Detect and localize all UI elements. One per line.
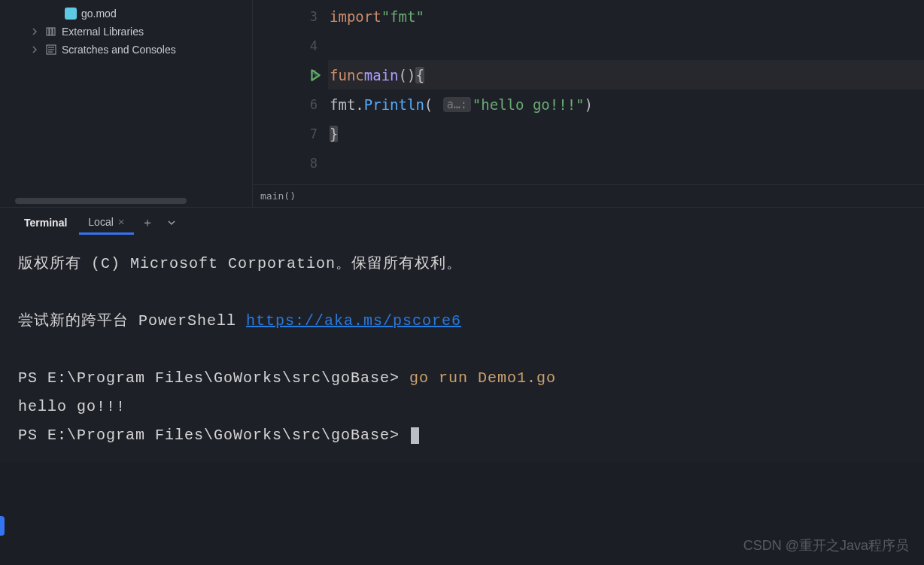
gopher-icon bbox=[65, 8, 77, 20]
left-edge-indicator bbox=[0, 516, 5, 536]
tree-item-gomod[interactable]: go.mod bbox=[0, 5, 252, 23]
code-content[interactable]: import "fmt" func main() { fmt.Println( … bbox=[328, 0, 924, 184]
chevron-right-icon bbox=[29, 26, 41, 38]
parameter-hint: a…: bbox=[443, 97, 471, 112]
tree-label: Scratches and Consoles bbox=[62, 44, 176, 56]
panel-tabs: Terminal Local × ＋ bbox=[0, 208, 924, 238]
pscore-link[interactable]: https://aka.ms/pscore6 bbox=[246, 312, 461, 330]
run-gutter-icon[interactable] bbox=[309, 68, 322, 82]
line-number: 7 bbox=[299, 126, 322, 141]
close-icon[interactable]: × bbox=[118, 215, 125, 228]
tree-item-scratches[interactable]: Scratches and Consoles bbox=[0, 41, 252, 59]
breadcrumb[interactable]: main() bbox=[253, 184, 924, 207]
line-number: 8 bbox=[299, 156, 322, 171]
svg-rect-1 bbox=[50, 28, 52, 35]
terminal-cursor bbox=[411, 427, 419, 444]
code-line: } bbox=[328, 119, 924, 148]
code-line: fmt.Println( a…:"hello go!!!") bbox=[328, 90, 924, 119]
terminal-line: 尝试新的跨平台 PowerShell https://aka.ms/pscore… bbox=[18, 307, 906, 336]
tree-label: External Libraries bbox=[62, 26, 144, 38]
line-number: 6 bbox=[299, 97, 322, 112]
watermark: CSDN @重开之Java程序员 bbox=[743, 536, 909, 554]
sidebar-scrollbar[interactable] bbox=[15, 198, 187, 204]
library-icon bbox=[45, 26, 57, 38]
code-line: func main() { bbox=[328, 60, 924, 90]
terminal-line: 版权所有 (C) Microsoft Corporation。保留所有权利。 bbox=[18, 250, 906, 278]
line-number: 4 bbox=[299, 38, 322, 53]
code-editor: 3 4 5 6 7 8 import "fmt" func main() { f… bbox=[252, 0, 924, 207]
tab-local[interactable]: Local × bbox=[79, 211, 133, 235]
tab-terminal[interactable]: Terminal bbox=[15, 212, 76, 233]
project-sidebar: go.mod External Libraries Scratches and … bbox=[0, 0, 252, 207]
terminal-dropdown-icon[interactable] bbox=[161, 212, 182, 233]
terminal-line: PS E:\Program Files\GoWorks\src\goBase> bbox=[18, 421, 906, 450]
terminal-line: hello go!!! bbox=[18, 393, 906, 421]
editor-gutter: 3 4 5 6 7 8 bbox=[253, 0, 328, 184]
terminal-line: PS E:\Program Files\GoWorks\src\goBase> … bbox=[18, 364, 906, 393]
add-terminal-button[interactable]: ＋ bbox=[137, 212, 158, 233]
terminal-output[interactable]: 版权所有 (C) Microsoft Corporation。保留所有权利。 尝… bbox=[0, 238, 924, 462]
tree-item-external-libraries[interactable]: External Libraries bbox=[0, 23, 252, 41]
code-line bbox=[328, 31, 924, 60]
tree-label: go.mod bbox=[81, 8, 117, 20]
svg-rect-2 bbox=[53, 28, 55, 35]
code-line bbox=[328, 148, 924, 178]
svg-rect-0 bbox=[47, 28, 49, 35]
chevron-right-icon bbox=[29, 44, 41, 56]
terminal-panel: Terminal Local × ＋ 版权所有 (C) Microsoft Co… bbox=[0, 207, 924, 462]
scratches-icon bbox=[45, 44, 57, 56]
line-number: 3 bbox=[299, 9, 322, 24]
code-line: import "fmt" bbox=[328, 2, 924, 31]
